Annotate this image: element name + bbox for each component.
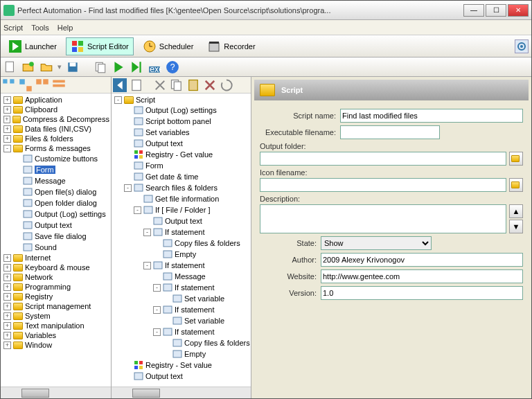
input-author[interactable]: [321, 253, 523, 267]
input-description[interactable]: [260, 204, 506, 233]
tree-item[interactable]: Customize buttons: [13, 153, 106, 164]
tree-item[interactable]: Output text: [124, 138, 250, 149]
tree-item[interactable]: +Text manipulation: [3, 321, 109, 330]
tree-item[interactable]: Form: [124, 160, 250, 171]
run-step-icon[interactable]: [130, 60, 143, 74]
tree-item[interactable]: Sound: [13, 242, 106, 253]
tree-item[interactable]: Empty: [163, 348, 250, 360]
expander-icon[interactable]: -: [143, 262, 151, 269]
view1-icon[interactable]: [2, 78, 16, 92]
tree-item[interactable]: Script bottom panel: [124, 116, 250, 127]
browse-output-folder[interactable]: [509, 152, 523, 166]
tree-item[interactable]: Output (Log) settings: [13, 209, 106, 220]
tree-item[interactable]: +Keyboard & mouse: [3, 263, 109, 272]
open-icon[interactable]: [39, 60, 53, 74]
menu-help[interactable]: Help: [57, 24, 73, 32]
tree-item[interactable]: -If statement: [153, 326, 250, 337]
desc-down-button[interactable]: ▼: [509, 220, 523, 233]
tree-item[interactable]: +System: [3, 311, 109, 321]
mid-scrollbar[interactable]: [112, 387, 251, 398]
tree-item[interactable]: Registry - Set value: [124, 360, 250, 371]
tree-item[interactable]: +Variables: [3, 330, 109, 340]
paste2-icon[interactable]: [186, 78, 200, 92]
tab-script-editor[interactable]: Script Editor: [66, 37, 134, 55]
tree-item[interactable]: Open file(s) dialog: [13, 186, 106, 197]
input-script-name[interactable]: [340, 109, 523, 123]
expander-icon[interactable]: +: [3, 106, 11, 114]
tree-item[interactable]: Message: [13, 175, 106, 186]
save-icon[interactable]: [66, 60, 80, 74]
input-output-folder[interactable]: [260, 152, 506, 166]
input-version[interactable]: [321, 286, 523, 300]
tree-item[interactable]: Copy files & folders: [163, 337, 250, 348]
expander-icon[interactable]: +: [3, 125, 11, 133]
tree-item[interactable]: Output text: [143, 215, 250, 227]
view2-icon[interactable]: [19, 78, 33, 92]
tree-item[interactable]: +Data files (INI,CSV): [3, 124, 109, 134]
tab-launcher[interactable]: Launcher: [3, 37, 62, 55]
tree-item[interactable]: Output text: [13, 220, 106, 231]
tree-item[interactable]: +Files & folders: [3, 134, 109, 143]
expander-icon[interactable]: -: [114, 96, 122, 104]
new-icon[interactable]: [3, 60, 17, 74]
expander-icon[interactable]: +: [3, 293, 11, 301]
desc-up-button[interactable]: ▲: [509, 204, 523, 218]
tree-item[interactable]: Copy files & folders: [153, 238, 240, 249]
tab-scheduler[interactable]: Scheduler: [138, 37, 199, 55]
tree-item[interactable]: Registry - Get value: [124, 149, 250, 160]
input-website[interactable]: [321, 269, 523, 283]
delete-icon[interactable]: [203, 78, 217, 92]
expander-icon[interactable]: -: [153, 284, 161, 292]
tree-item[interactable]: +Window: [3, 340, 109, 350]
expander-icon[interactable]: +: [3, 322, 11, 330]
tree-item[interactable]: Open folder dialog: [13, 197, 106, 209]
commands-tree[interactable]: +Application+Clipboard+Compress & Decomp…: [1, 94, 111, 387]
tree-item[interactable]: Empty: [153, 249, 240, 260]
paste-icon[interactable]: [130, 78, 143, 92]
tree-item[interactable]: -Search files & folders: [124, 182, 250, 193]
tree-item[interactable]: +Internet: [3, 253, 109, 263]
expander-icon[interactable]: -: [153, 328, 161, 336]
refresh-icon[interactable]: [220, 78, 233, 92]
script-tree[interactable]: -ScriptOutput (Log) settingsScript botto…: [112, 94, 251, 387]
menu-tools[interactable]: Tools: [31, 24, 49, 32]
copy2-icon[interactable]: [170, 78, 184, 92]
tab-recorder[interactable]: Recorder: [202, 37, 260, 55]
tree-item[interactable]: Message: [153, 271, 250, 282]
settings-button[interactable]: [515, 39, 529, 53]
tree-item[interactable]: Get date & time: [124, 171, 250, 182]
input-exec-file[interactable]: [340, 125, 440, 139]
tree-item[interactable]: -Script: [114, 95, 249, 105]
collapse-left-icon[interactable]: [113, 78, 127, 92]
tree-item[interactable]: Set variable: [163, 293, 224, 304]
new-folder-icon[interactable]: [21, 60, 35, 74]
tree-item[interactable]: Output text: [124, 371, 250, 382]
tree-item[interactable]: +Script management: [3, 301, 109, 311]
tree-item[interactable]: -If [ File / Folder ]: [134, 204, 250, 215]
expander-icon[interactable]: +: [3, 303, 11, 310]
expander-icon[interactable]: +: [3, 274, 11, 281]
maximize-button[interactable]: ☐: [486, 4, 506, 17]
close-button[interactable]: ✕: [508, 4, 529, 17]
tree-item[interactable]: -If statement: [153, 304, 250, 315]
build-exe-icon[interactable]: exe: [148, 60, 161, 74]
tree-item[interactable]: -If statement: [143, 227, 250, 238]
tree-item[interactable]: Save file dialog: [13, 231, 106, 242]
select-state[interactable]: Show: [321, 236, 432, 250]
expander-icon[interactable]: +: [3, 312, 11, 320]
view4-icon[interactable]: [52, 78, 66, 92]
expander-icon[interactable]: +: [3, 264, 11, 272]
expander-icon[interactable]: -: [3, 145, 11, 152]
tree-item[interactable]: +Programming: [3, 282, 109, 292]
cut-icon[interactable]: [153, 78, 167, 92]
tree-item[interactable]: +Compress & Decompress: [3, 114, 109, 124]
tree-item[interactable]: +Application: [3, 95, 109, 105]
view3-icon[interactable]: [35, 78, 49, 92]
tree-item[interactable]: +Clipboard: [3, 105, 109, 114]
minimize-button[interactable]: —: [463, 4, 484, 17]
tree-item[interactable]: +Registry: [3, 292, 109, 301]
expander-icon[interactable]: +: [3, 254, 11, 262]
tree-item[interactable]: -If statement: [153, 282, 250, 293]
expander-icon[interactable]: -: [143, 229, 151, 236]
expander-icon[interactable]: +: [3, 332, 11, 339]
